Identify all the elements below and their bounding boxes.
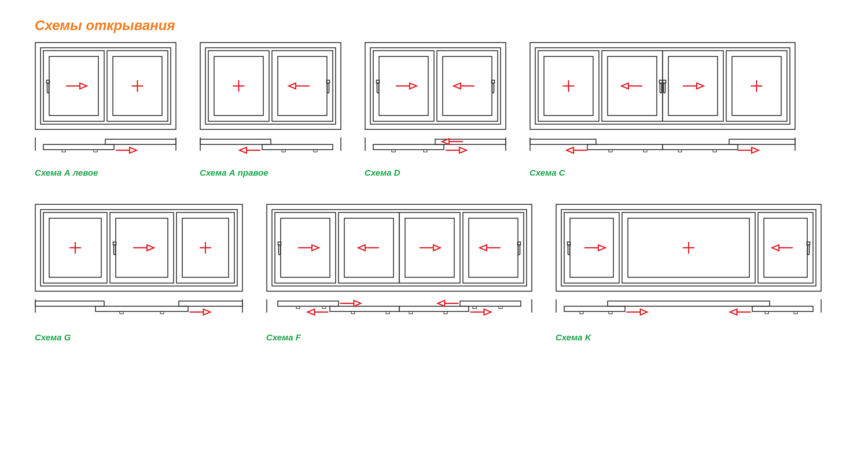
svg-rect-52 bbox=[587, 144, 662, 150]
plus-icon bbox=[233, 80, 245, 92]
arrow-left-icon bbox=[454, 83, 474, 89]
plan-arrow-left-icon bbox=[566, 147, 587, 153]
caption-a-right: Схема А правое bbox=[199, 168, 341, 178]
svg-rect-17 bbox=[105, 139, 176, 144]
svg-rect-53 bbox=[662, 144, 738, 150]
svg-rect-10 bbox=[40, 48, 171, 124]
caption-f: Схема F bbox=[266, 333, 532, 343]
plus-icon bbox=[132, 80, 143, 92]
svg-rect-67 bbox=[95, 306, 188, 311]
arrow-right-icon bbox=[66, 83, 87, 89]
svg-rect-81 bbox=[330, 306, 399, 311]
plan-arrow-right-icon bbox=[470, 309, 491, 315]
svg-rect-94 bbox=[608, 301, 770, 306]
plus-icon bbox=[683, 242, 694, 254]
caption-g: Схема G bbox=[35, 333, 243, 343]
svg-rect-83 bbox=[460, 301, 521, 306]
svg-rect-38 bbox=[373, 144, 444, 150]
svg-rect-96 bbox=[752, 306, 813, 311]
diagram-f bbox=[266, 204, 532, 325]
arrow-left-icon bbox=[772, 245, 793, 251]
arrow-right-icon bbox=[133, 245, 154, 251]
scheme-f: Схема F bbox=[266, 204, 532, 343]
arrow-left-icon bbox=[480, 245, 500, 251]
arrow-right-icon bbox=[585, 245, 605, 251]
scheme-k: Схема K bbox=[556, 204, 822, 343]
arrow-right-icon bbox=[683, 83, 704, 89]
svg-rect-20 bbox=[206, 48, 336, 124]
svg-rect-28 bbox=[262, 144, 333, 150]
arrow-left-icon bbox=[358, 245, 379, 251]
arrow-right-icon bbox=[396, 83, 416, 89]
plan-arrow-right-icon bbox=[626, 309, 647, 315]
svg-rect-30 bbox=[370, 48, 500, 124]
svg-rect-51 bbox=[530, 139, 596, 144]
page-title: Схемы открывания bbox=[35, 18, 833, 33]
plus-icon bbox=[563, 80, 574, 92]
scheme-c: Схема C bbox=[529, 42, 796, 178]
diagram-k bbox=[556, 204, 822, 325]
scheme-d: Схема D bbox=[365, 42, 506, 178]
plan-arrow-left-icon bbox=[438, 300, 459, 306]
plan-arrow-right-icon bbox=[738, 147, 758, 153]
diagram-a-right bbox=[199, 42, 341, 161]
diagram-a-left bbox=[35, 42, 177, 161]
svg-rect-18 bbox=[43, 144, 114, 150]
row-1: Схема А левое bbox=[35, 42, 833, 178]
caption-a-left: Схема А левое bbox=[35, 168, 177, 178]
plan-arrow-right-icon bbox=[116, 147, 136, 153]
svg-rect-80 bbox=[278, 301, 339, 306]
svg-rect-27 bbox=[200, 139, 271, 144]
arrow-left-icon bbox=[289, 83, 310, 89]
arrow-right-icon bbox=[298, 245, 319, 251]
plan-arrow-left-icon bbox=[240, 147, 260, 153]
svg-rect-95 bbox=[564, 306, 625, 311]
plan-arrow-left-icon bbox=[730, 309, 751, 315]
svg-rect-9 bbox=[35, 42, 176, 129]
svg-rect-66 bbox=[179, 301, 243, 306]
scheme-a-right: Схема А правое bbox=[199, 42, 341, 178]
diagram-c bbox=[529, 42, 796, 161]
arrow-right-icon bbox=[420, 245, 440, 251]
plan-arrow-right-icon bbox=[340, 300, 361, 306]
arrow-left-icon bbox=[621, 83, 642, 89]
caption-d: Схема D bbox=[365, 168, 506, 178]
caption-k: Схема K bbox=[556, 333, 822, 343]
plus-icon bbox=[69, 242, 81, 254]
plan-arrow-left-icon bbox=[308, 309, 329, 315]
plan-arrow-right-icon bbox=[445, 147, 466, 153]
svg-rect-54 bbox=[729, 139, 795, 144]
svg-rect-19 bbox=[200, 42, 341, 129]
plus-icon bbox=[751, 80, 763, 92]
caption-c: Схема C bbox=[529, 168, 796, 178]
scheme-g: Схема G bbox=[35, 204, 243, 343]
plus-icon bbox=[199, 242, 211, 254]
svg-rect-65 bbox=[35, 301, 104, 306]
svg-rect-29 bbox=[365, 42, 506, 129]
scheme-a-left: Схема А левое bbox=[35, 42, 177, 178]
svg-rect-82 bbox=[399, 306, 469, 311]
plan-arrow-right-icon bbox=[189, 309, 210, 315]
diagram-d bbox=[365, 42, 506, 161]
row-2: Схема G bbox=[35, 204, 833, 343]
diagram-g bbox=[35, 204, 243, 325]
